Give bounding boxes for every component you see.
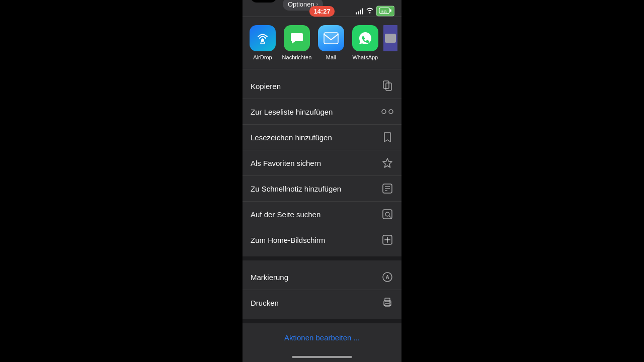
reading-list-icon <box>381 106 393 118</box>
mail-icon <box>318 25 344 51</box>
menu-item-lesezeichen[interactable]: Lesezeichen hinzufügen <box>243 125 401 150</box>
svg-marker-15 <box>383 158 392 167</box>
menu-item-drucken[interactable]: Drucken <box>243 290 401 315</box>
add-home-icon <box>381 234 393 246</box>
menu-item-homescreen[interactable]: Zum Home-Bildschirm <box>243 227 401 252</box>
markierung-label: Markierung <box>251 273 288 282</box>
menu-section-2: Markierung A Drucken <box>243 264 401 315</box>
share-whatsapp[interactable]: WhatsApp <box>349 25 381 61</box>
markup-icon: A <box>381 271 393 283</box>
svg-text:5G: 5G <box>381 10 387 14</box>
menu-item-markierung[interactable]: Markierung A <box>243 264 401 290</box>
suchen-label: Auf der Seite suchen <box>251 210 320 219</box>
svg-rect-10 <box>385 34 396 43</box>
menu-item-schnellnotiz[interactable]: Zu Schnellnotiz hinzufügen <box>243 176 401 202</box>
share-sheet: ChatGPT chat.openai.com Optionen › × <box>243 0 401 362</box>
menu-item-favoriten[interactable]: Als Favoriten sichern <box>243 150 401 176</box>
status-icons: 5G <box>356 6 394 17</box>
svg-text:A: A <box>385 275 389 280</box>
bottom-section: Aktionen bearbeiten ... <box>243 323 401 352</box>
section-divider-2 <box>243 319 401 323</box>
signal-icon <box>356 8 363 14</box>
bookmark-icon <box>381 131 393 143</box>
favoriten-label: Als Favoriten sichern <box>251 159 321 167</box>
time-display: 14:27 <box>309 6 334 17</box>
menu-item-kopieren[interactable]: Kopieren <box>243 73 401 99</box>
copy-icon <box>381 80 393 92</box>
extra-icon <box>383 25 397 51</box>
share-extra[interactable] <box>383 25 397 61</box>
svg-point-31 <box>389 302 390 303</box>
mail-label: Mail <box>326 54 336 61</box>
messages-label: Nachrichten <box>282 54 312 61</box>
homescreen-label: Zum Home-Bildschirm <box>251 236 325 244</box>
share-airdrop[interactable]: AirDrop <box>247 25 279 61</box>
airdrop-icon-bg <box>250 25 276 51</box>
menu-item-leseliste[interactable]: Zur Leseliste hinzufügen <box>243 99 401 125</box>
whatsapp-label: WhatsApp <box>352 54 378 61</box>
share-mail[interactable]: Mail <box>315 25 347 61</box>
svg-rect-29 <box>385 298 390 302</box>
edit-actions-link[interactable]: Aktionen bearbeiten ... <box>243 327 401 348</box>
schnellnotiz-label: Zu Schnellnotiz hinzufügen <box>251 185 341 193</box>
lesezeichen-label: Lesezeichen hinzufügen <box>251 133 332 142</box>
menu-item-suchen[interactable]: Auf der Seite suchen <box>243 202 401 227</box>
svg-line-22 <box>389 216 390 217</box>
note-icon <box>381 183 393 195</box>
whatsapp-icon <box>352 25 378 51</box>
messages-icon <box>284 25 310 51</box>
home-bar <box>292 356 352 358</box>
home-indicator <box>243 352 401 362</box>
menu-section-1: Kopieren Zur Leseliste hinzufügen <box>243 73 401 252</box>
airdrop-label: AirDrop <box>253 54 272 61</box>
print-icon <box>381 297 393 309</box>
status-bar: 14:27 5G <box>242 0 403 22</box>
leseliste-label: Zur Leseliste hinzufügen <box>251 108 333 116</box>
drucken-label: Drucken <box>251 299 279 307</box>
svg-rect-8 <box>324 33 338 44</box>
star-icon <box>381 157 393 169</box>
section-divider-1 <box>243 256 401 260</box>
search-page-icon <box>381 208 393 220</box>
wifi-icon <box>366 8 374 15</box>
svg-point-14 <box>389 110 393 114</box>
kopieren-label: Kopieren <box>251 82 281 90</box>
svg-rect-1 <box>390 10 391 12</box>
app-share-row: AirDrop Nachrichten <box>243 17 401 69</box>
battery-icon: 5G <box>376 6 394 17</box>
share-messages[interactable]: Nachrichten <box>281 25 313 61</box>
svg-point-13 <box>382 110 386 114</box>
